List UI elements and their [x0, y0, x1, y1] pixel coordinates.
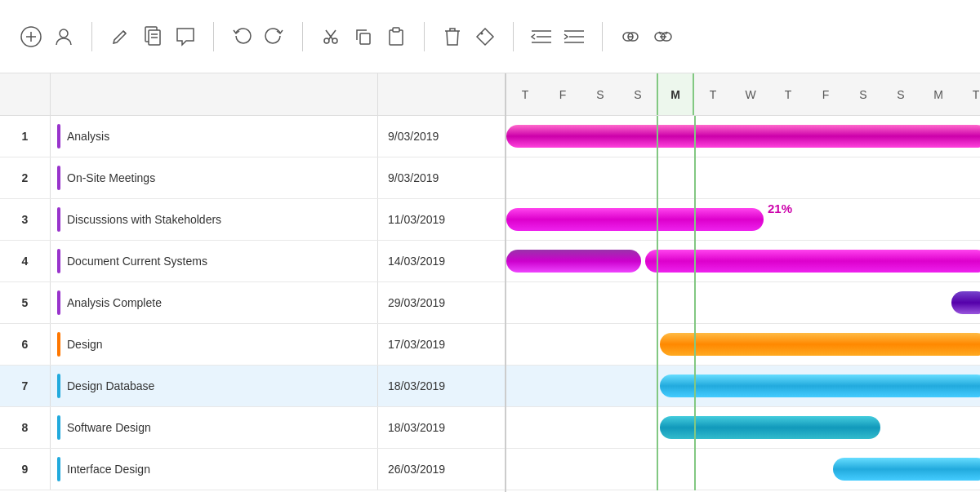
row-color-bar — [57, 415, 60, 440]
cell-num: 2 — [0, 157, 51, 198]
row-color-bar — [57, 457, 60, 481]
gantt-header: TFSSMTWTFSSMTWTF — [506, 73, 980, 116]
row-color-bar — [57, 207, 60, 232]
divider-4 — [424, 22, 425, 51]
table-row[interactable]: 3 Discussions with Stakeholders 11/03/20… — [0, 199, 505, 241]
divider-3 — [302, 22, 303, 51]
task-name-text: Document Current Systems — [67, 255, 207, 268]
table-row[interactable]: 5 Analysis Complete 29/03/2019 — [0, 282, 505, 324]
svg-point-9 — [332, 38, 337, 43]
cell-num: 7 — [0, 366, 51, 406]
gantt-row — [506, 282, 980, 324]
divider-1 — [91, 22, 92, 51]
gantt-day-col: S — [882, 73, 920, 115]
table-row[interactable]: 8 Software Design 18/03/2019 — [0, 407, 505, 449]
table-row[interactable]: 9 Interface Design 26/03/2019 — [0, 449, 505, 490]
task-name-text: On-Site Meetings — [67, 171, 155, 184]
svg-point-3 — [60, 29, 68, 38]
table-row[interactable]: 7 Design Database 18/03/2019 — [0, 366, 505, 407]
cell-name: Analysis — [51, 116, 378, 157]
pencil-icon[interactable] — [105, 22, 135, 51]
toolbar — [0, 0, 980, 73]
gantt-day-col: M — [920, 73, 957, 115]
delete-icon[interactable] — [438, 22, 467, 51]
gantt-day-col: T — [957, 73, 980, 115]
cell-num: 1 — [0, 116, 51, 157]
gantt-bar — [660, 333, 980, 356]
cell-name: Software Design — [51, 407, 378, 448]
user-icon[interactable] — [49, 22, 78, 51]
undo-icon[interactable] — [227, 22, 256, 51]
indent-icon[interactable] — [559, 22, 589, 51]
cell-num: 9 — [0, 449, 51, 490]
gantt-day-col: M — [657, 73, 694, 115]
cell-name: Design Database — [51, 366, 378, 406]
gantt-bar — [506, 250, 641, 273]
row-color-bar — [57, 332, 60, 357]
svg-rect-12 — [393, 28, 399, 32]
divider-6 — [602, 22, 603, 51]
toolbar-group-add — [16, 22, 78, 51]
bar-percent-label: 21% — [768, 197, 792, 219]
toolbar-group-delete — [438, 22, 500, 51]
divider-5 — [513, 22, 514, 51]
task-name-text: Design Database — [67, 379, 154, 392]
svg-point-13 — [481, 32, 483, 34]
toolbar-group-edit — [105, 22, 200, 51]
gantt-bar — [506, 125, 980, 148]
gantt-row — [506, 157, 980, 199]
task-name-text: Discussions with Stakeholders — [67, 213, 221, 226]
cell-date: 26/03/2019 — [378, 449, 505, 490]
cell-num: 4 — [0, 241, 51, 281]
gantt-day-col: F — [544, 73, 581, 115]
cell-date: 14/03/2019 — [378, 241, 505, 281]
col-all-header[interactable] — [0, 73, 51, 115]
cell-name: Interface Design — [51, 449, 378, 490]
cell-date: 11/03/2019 — [378, 199, 505, 240]
paste-icon[interactable] — [381, 22, 411, 51]
table-row[interactable]: 6 Design 17/03/2019 — [0, 324, 505, 366]
add-icon[interactable] — [16, 22, 46, 51]
cell-num: 8 — [0, 407, 51, 448]
gantt-day-col: S — [581, 73, 619, 115]
gantt-panel: TFSSMTWTFSSMTWTF 21% — [506, 73, 980, 492]
cell-name: On-Site Meetings — [51, 157, 378, 198]
row-color-bar — [57, 166, 60, 190]
table-header — [0, 73, 505, 116]
cell-num: 5 — [0, 282, 51, 323]
toolbar-group-clipboard — [316, 22, 411, 51]
gantt-day-col: W — [732, 73, 769, 115]
gantt-day-col: S — [844, 73, 882, 115]
cell-date: 17/03/2019 — [378, 324, 505, 365]
gantt-bar — [951, 291, 980, 314]
col-plannedstart-header — [378, 73, 505, 115]
copy-icon[interactable] — [349, 22, 378, 51]
table-row[interactable]: 2 On-Site Meetings 9/03/2019 — [0, 157, 505, 199]
task-name-text: Design — [67, 338, 103, 351]
table-row[interactable]: 4 Document Current Systems 14/03/2019 — [0, 241, 505, 282]
cut-icon[interactable] — [316, 22, 345, 51]
gantt-bar — [506, 208, 764, 231]
redo-icon[interactable] — [260, 22, 289, 51]
task-table: 1 Analysis 9/03/2019 2 On-Site Meetings … — [0, 73, 506, 492]
svg-point-8 — [324, 38, 329, 43]
cell-date: 18/03/2019 — [378, 366, 505, 406]
gantt-day-col: T — [506, 73, 544, 115]
col-taskname-header — [51, 73, 378, 115]
link-icon[interactable] — [616, 22, 645, 51]
gantt-bar — [833, 458, 980, 481]
gantt-day-col: S — [619, 73, 657, 115]
outdent-icon[interactable] — [527, 22, 556, 51]
unlink-icon[interactable] — [648, 22, 678, 51]
cell-date: 9/03/2019 — [378, 157, 505, 198]
today-line — [657, 116, 658, 490]
table-row[interactable]: 1 Analysis 9/03/2019 — [0, 116, 505, 157]
cell-name: Discussions with Stakeholders — [51, 199, 378, 240]
comment-icon[interactable] — [171, 22, 200, 51]
gantt-day-col: F — [807, 73, 844, 115]
today-line-right — [694, 116, 696, 490]
cell-name: Document Current Systems — [51, 241, 378, 281]
tag-icon[interactable] — [470, 22, 500, 51]
main-content: 1 Analysis 9/03/2019 2 On-Site Meetings … — [0, 73, 980, 492]
document-icon[interactable] — [138, 22, 167, 51]
